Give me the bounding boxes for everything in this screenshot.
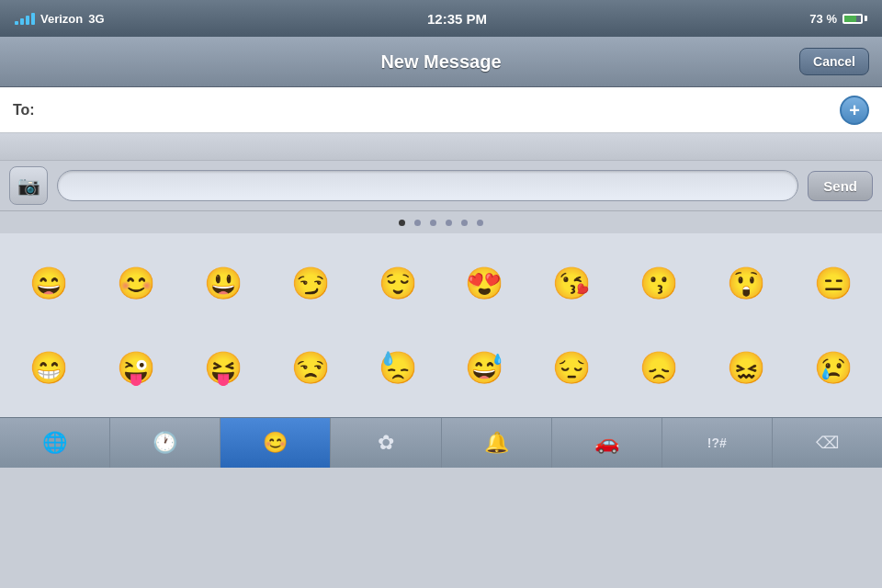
nav-bar: New Message Cancel [0, 37, 882, 87]
emoji-sweat-smile[interactable]: 😅 [443, 327, 526, 408]
smiley-icon: 😊 [263, 431, 288, 455]
divider-area [0, 133, 882, 161]
to-field-container: To: + [0, 87, 882, 133]
signal-bar-4 [31, 13, 35, 25]
status-bar: Verizon 3G 12:35 PM 73 % [0, 0, 882, 37]
signal-bar-3 [26, 16, 29, 25]
delete-icon: ⌫ [816, 433, 839, 453]
page-dot-3[interactable] [430, 220, 436, 226]
battery-tip [865, 16, 867, 21]
network-type: 3G [88, 12, 104, 26]
carrier-name: Verizon [40, 12, 83, 26]
emoji-grinning[interactable]: 😄 [7, 243, 91, 323]
battery-icon [842, 14, 867, 24]
add-recipient-button[interactable]: + [840, 96, 869, 125]
message-input-wrapper [57, 170, 798, 201]
emoji-sweat[interactable]: 😓 [356, 327, 439, 408]
cancel-button[interactable]: Cancel [799, 48, 869, 75]
battery-percent: 73 % [809, 12, 837, 26]
emoji-grin[interactable]: 😁 [7, 327, 91, 408]
page-dot-6[interactable] [477, 220, 483, 226]
message-input[interactable] [58, 171, 797, 200]
to-label: To: [13, 102, 35, 119]
kb-key-emoji[interactable]: 😊 [220, 418, 331, 468]
kb-key-transport[interactable]: 🚗 [552, 418, 662, 468]
camera-icon: 📷 [17, 175, 40, 197]
kb-key-flower[interactable]: ✿ [331, 418, 441, 468]
page-dot-4[interactable] [446, 220, 452, 226]
send-button[interactable]: Send [808, 171, 873, 201]
emoji-kissing-heart[interactable]: 😘 [530, 243, 614, 323]
emoji-smiley[interactable]: 😃 [182, 243, 266, 323]
emoji-pensive[interactable]: 😔 [530, 327, 614, 408]
page-dot-1[interactable] [399, 220, 405, 226]
kb-key-globe[interactable]: 🌐 [0, 418, 110, 468]
to-input[interactable] [42, 102, 840, 119]
kb-key-delete[interactable]: ⌫ [773, 418, 882, 468]
emoji-unamused[interactable]: 😒 [268, 327, 352, 408]
emoji-smirk[interactable]: 😏 [268, 243, 352, 323]
emoji-smile[interactable]: 😊 [95, 243, 178, 323]
car-icon: 🚗 [594, 431, 619, 455]
status-time: 12:35 PM [427, 11, 487, 27]
clock-icon: 🕐 [153, 431, 177, 455]
emoji-expressionless[interactable]: 😑 [791, 243, 875, 323]
signal-bar-2 [20, 18, 24, 25]
emoji-relieved[interactable]: 😌 [356, 243, 439, 323]
emoji-heart-eyes[interactable]: 😍 [443, 243, 526, 323]
kb-key-bell[interactable]: 🔔 [442, 418, 552, 468]
emoji-cry[interactable]: 😢 [791, 327, 875, 408]
nav-title: New Message [380, 51, 501, 73]
symbols-icon: !?# [707, 435, 727, 450]
emoji-kissing[interactable]: 😗 [617, 243, 701, 323]
battery-body [842, 14, 863, 24]
page-dot-2[interactable] [414, 220, 421, 226]
emoji-wink-tongue[interactable]: 😜 [95, 327, 178, 408]
camera-button[interactable]: 📷 [9, 166, 48, 205]
battery-fill [844, 16, 856, 22]
kb-key-recent[interactable]: 🕐 [110, 418, 220, 468]
status-left: Verizon 3G [15, 12, 105, 26]
emoji-stuck-out-tongue[interactable]: 😝 [182, 327, 266, 408]
emoji-open-mouth[interactable]: 😲 [704, 243, 787, 323]
page-dots [0, 211, 882, 233]
flower-icon: ✿ [378, 431, 394, 455]
keyboard-bottom-bar: 🌐 🕐 😊 ✿ 🔔 🚗 !?# ⌫ [0, 417, 882, 468]
signal-bar-1 [15, 21, 18, 25]
bell-icon: 🔔 [484, 431, 509, 455]
emoji-grid: 😄 😊 😃 😏 😌 😍 😘 😗 😲 😑 😁 😜 😝 😒 😓 😅 😔 😞 😖 😢 [0, 233, 882, 417]
signal-bars [15, 13, 35, 25]
message-input-area: 📷 Send [0, 161, 882, 211]
globe-icon: 🌐 [42, 431, 67, 455]
page-dot-5[interactable] [461, 220, 468, 226]
emoji-disappointed[interactable]: 😞 [617, 327, 701, 408]
emoji-confounded[interactable]: 😖 [704, 327, 787, 408]
kb-key-symbols[interactable]: !?# [662, 418, 773, 468]
status-right: 73 % [809, 12, 867, 26]
